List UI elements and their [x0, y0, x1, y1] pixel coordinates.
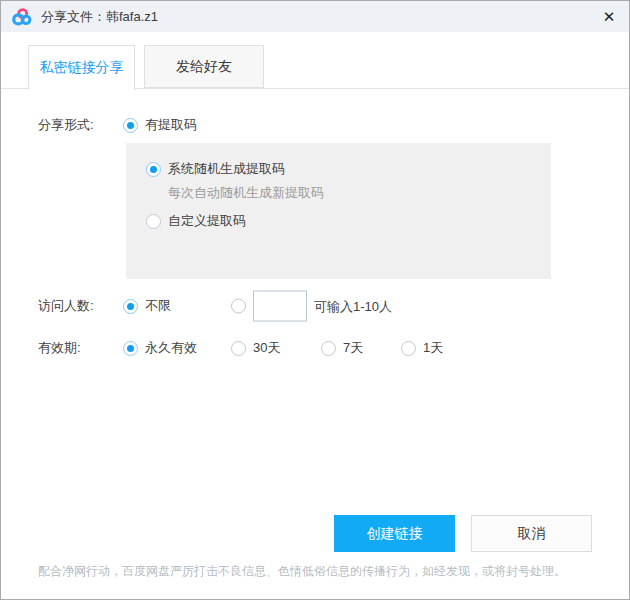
share-type-row: 分享形式: 有提取码 [1, 111, 629, 139]
titlebar: 分享文件：韩fafa.z1 ✕ [1, 1, 629, 32]
visitors-custom-group: 可输入1-10人 [231, 291, 392, 322]
code-options-panel: 系统随机生成提取码 每次自动随机生成新提取码 自定义提取码 [126, 143, 551, 279]
custom-code-label[interactable]: 自定义提取码 [168, 212, 246, 230]
tab-private-link-share[interactable]: 私密链接分享 [28, 45, 135, 90]
system-code-option: 系统随机生成提取码 [146, 157, 551, 181]
validity-1day-group: 1天 [401, 339, 443, 357]
30-days-label[interactable]: 30天 [253, 339, 280, 357]
radio-custom-code[interactable] [146, 214, 161, 229]
validity-permanent-group: 永久有效 [123, 339, 197, 357]
radio-1-day[interactable] [401, 341, 416, 356]
visitor-count-hint: 可输入1-10人 [314, 297, 392, 315]
radio-custom-visitor-count[interactable] [231, 299, 246, 314]
system-code-description: 每次自动随机生成新提取码 [168, 183, 551, 203]
permanent-label[interactable]: 永久有效 [145, 339, 197, 357]
radio-7-days[interactable] [321, 341, 336, 356]
visitors-row: 访问人数: 不限 可输入1-10人 [1, 290, 629, 322]
tab-send-to-friend[interactable]: 发给好友 [144, 45, 264, 88]
radio-permanent[interactable] [123, 341, 138, 356]
7-days-label[interactable]: 7天 [343, 339, 363, 357]
radio-system-code[interactable] [146, 162, 161, 177]
with-code-label[interactable]: 有提取码 [145, 116, 197, 134]
close-icon[interactable]: ✕ [597, 5, 621, 29]
validity-7days-group: 7天 [321, 339, 363, 357]
radio-unlimited-visitors[interactable] [123, 299, 138, 314]
radio-with-code[interactable] [123, 118, 138, 133]
netdisk-logo-icon [12, 7, 33, 27]
dialog-title: 分享文件：韩fafa.z1 [41, 8, 158, 26]
validity-30days-group: 30天 [231, 339, 280, 357]
validity-label: 有效期: [38, 339, 81, 357]
share-type-label: 分享形式: [38, 116, 94, 134]
custom-code-option: 自定义提取码 [146, 209, 551, 233]
footer-notice: 配合净网行动，百度网盘严厉打击不良信息、色情低俗信息的传播行为，如经发现，或将封… [38, 564, 609, 579]
visitors-unlimited-group: 不限 [123, 297, 171, 315]
share-type-option-group: 有提取码 [123, 116, 197, 134]
validity-row: 有效期: 永久有效 30天 7天 1天 [1, 334, 629, 362]
1-day-label[interactable]: 1天 [423, 339, 443, 357]
visitor-count-input[interactable] [253, 291, 307, 322]
cancel-button[interactable]: 取消 [471, 515, 592, 552]
create-link-button[interactable]: 创建链接 [334, 515, 455, 552]
share-dialog: 分享文件：韩fafa.z1 ✕ 私密链接分享 发给好友 分享形式: 有提取码 系… [0, 0, 630, 600]
radio-30-days[interactable] [231, 341, 246, 356]
visitors-label: 访问人数: [38, 297, 94, 315]
system-code-label[interactable]: 系统随机生成提取码 [168, 160, 285, 178]
unlimited-visitors-label[interactable]: 不限 [145, 297, 171, 315]
